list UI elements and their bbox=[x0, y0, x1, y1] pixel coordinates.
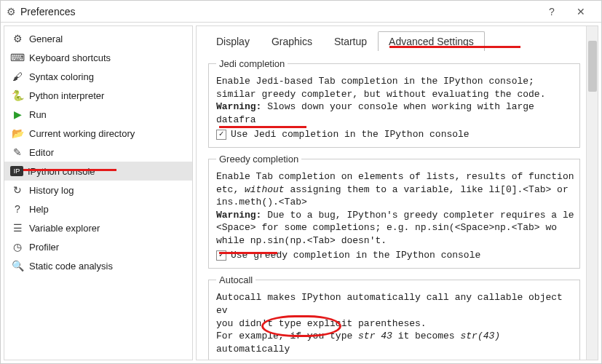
group-jedi-completion: Jedi completion Enable Jedi-based Tab co… bbox=[208, 58, 580, 148]
text: assigning them to a variable, like bbox=[285, 184, 489, 195]
sidebar-item-label: Help bbox=[29, 204, 49, 215]
brush-icon: 🖌 bbox=[10, 71, 25, 82]
sidebar-item-ipython-console[interactable]: IP IPython console bbox=[4, 162, 192, 181]
gear-icon: ⚙ bbox=[10, 33, 25, 44]
tab-label: Advanced Settings bbox=[389, 36, 474, 47]
sidebar-item-python-interpreter[interactable]: 🐍 Python interpreter bbox=[4, 86, 192, 105]
text: str(43) bbox=[460, 331, 500, 341]
sidebar-item-editor[interactable]: ✎ Editor bbox=[4, 143, 192, 162]
sidebar-item-general[interactable]: ⚙ General bbox=[4, 29, 192, 48]
sidebar-item-history-log[interactable]: ↻ History log bbox=[4, 181, 192, 199]
group-greedy-completion: Greedy completion Enable Tab completion … bbox=[208, 154, 580, 269]
sidebar-item-profiler[interactable]: ◷ Profiler bbox=[4, 237, 192, 256]
text: Due to a bug, IPython's greedy completer… bbox=[261, 210, 574, 221]
jedi-checkbox-row[interactable]: ✓ Use Jedi completion in the IPython con… bbox=[216, 129, 575, 140]
sidebar-item-label: Profiler bbox=[29, 242, 59, 253]
warning-label: Warning: bbox=[216, 101, 261, 112]
tab-label: Graphics bbox=[272, 36, 312, 47]
sidebar-item-label: Run bbox=[29, 109, 47, 120]
checkbox-icon[interactable]: ✓ bbox=[216, 130, 226, 140]
sidebar-item-label: Python interpreter bbox=[29, 90, 104, 101]
text: ins.meth().<Tab> bbox=[216, 197, 307, 207]
help-button[interactable]: ? bbox=[537, 6, 566, 17]
autocall-description: Autocall makes IPython automatically cal… bbox=[216, 291, 575, 355]
text: Tab bbox=[256, 171, 273, 182]
text: Enable Jedi-based Tab completion in the … bbox=[216, 76, 545, 100]
folder-open-icon: 📂 bbox=[10, 127, 25, 139]
checkbox-icon[interactable]: ✓ bbox=[216, 250, 226, 261]
sidebar-item-cwd[interactable]: 📂 Current working directory bbox=[4, 124, 192, 143]
sidebar-item-static-code-analysis[interactable]: 🔍 Static code analysis bbox=[4, 256, 192, 275]
scrollbar-thumb[interactable] bbox=[588, 41, 597, 92]
help-icon: ? bbox=[10, 203, 25, 215]
sidebar-item-label: IPython console bbox=[28, 166, 95, 177]
text: str 43 bbox=[358, 331, 392, 341]
text: automatically bbox=[216, 344, 290, 355]
sidebar-item-label: General bbox=[29, 33, 63, 44]
text: you didn't type explicit parentheses. bbox=[216, 318, 427, 329]
tab-bar: Display Graphics Startup Advanced Settin… bbox=[197, 26, 598, 50]
ipython-icon: IP bbox=[10, 166, 23, 176]
text: np.sin(<Space>np.<Tab> bbox=[415, 222, 540, 233]
tab-label: Startup bbox=[334, 36, 367, 47]
list-icon: ☰ bbox=[10, 222, 25, 234]
sidebar-item-label: Syntax coloring bbox=[29, 71, 94, 82]
greedy-description: Enable Tab completion on elements of lis… bbox=[216, 170, 575, 247]
history-icon: ↻ bbox=[10, 184, 25, 196]
tab-display[interactable]: Display bbox=[205, 31, 261, 51]
group-legend: Jedi completion bbox=[216, 58, 288, 69]
jedi-description: Enable Jedi-based Tab completion in the … bbox=[216, 75, 575, 126]
sidebar-item-label: Keyboard shortcuts bbox=[29, 52, 111, 63]
group-autocall: Autocall Autocall makes IPython automati… bbox=[208, 274, 580, 360]
text: For example, if you type bbox=[216, 331, 358, 341]
scrollbar[interactable] bbox=[586, 26, 598, 360]
title-bar: ⚙ Preferences ? ✕ bbox=[1, 1, 601, 23]
group-legend: Greedy completion bbox=[216, 154, 301, 165]
group-legend: Autocall bbox=[216, 274, 256, 285]
play-icon: ▶ bbox=[10, 108, 25, 120]
pencil-icon: ✎ bbox=[10, 146, 25, 158]
tab-graphics[interactable]: Graphics bbox=[261, 31, 323, 51]
text: for some completions; e.g. bbox=[256, 222, 415, 233]
text: while bbox=[216, 235, 250, 246]
text: li[0].<Tab> bbox=[488, 184, 551, 195]
sidebar-item-run[interactable]: ▶ Run bbox=[4, 105, 192, 124]
text: it becomes bbox=[392, 331, 461, 341]
greedy-checkbox-row[interactable]: ✓ Use greedy completion in the IPython c… bbox=[216, 250, 575, 261]
sidebar-item-label: Variable explorer bbox=[29, 223, 100, 234]
clock-icon: ◷ bbox=[10, 241, 25, 253]
text: wo bbox=[540, 222, 557, 233]
text: etc, bbox=[216, 184, 245, 195]
tab-label: Display bbox=[216, 36, 250, 47]
sidebar-item-keyboard-shortcuts[interactable]: ⌨ Keyboard shortcuts bbox=[4, 48, 192, 67]
checkbox-label: Use Jedi completion in the IPython conso… bbox=[231, 129, 470, 140]
sidebar-item-help[interactable]: ? Help bbox=[4, 199, 192, 218]
sidebar-item-label: History log bbox=[29, 185, 74, 196]
sidebar-item-variable-explorer[interactable]: ☰ Variable explorer bbox=[4, 218, 192, 237]
tab-advanced-settings[interactable]: Advanced Settings bbox=[378, 31, 485, 51]
keyboard-icon: ⌨ bbox=[10, 52, 25, 63]
text: Slows down your console when working wit… bbox=[216, 101, 534, 125]
text: or bbox=[551, 184, 568, 195]
sidebar-item-label: Current working directory bbox=[29, 128, 135, 139]
sidebar-item-syntax-coloring[interactable]: 🖌 Syntax coloring bbox=[4, 67, 192, 86]
sidebar-item-label: Static code analysis bbox=[29, 261, 113, 272]
checkbox-label: Use greedy completion in the IPython con… bbox=[231, 250, 480, 261]
window-title: Preferences bbox=[20, 6, 537, 17]
tab-startup[interactable]: Startup bbox=[323, 31, 378, 51]
text: Enable bbox=[216, 171, 256, 182]
text: completion on elements of lists, results… bbox=[273, 171, 574, 182]
text: Autocall makes IPython automatically cal… bbox=[216, 292, 563, 316]
preferences-content: Display Graphics Startup Advanced Settin… bbox=[196, 25, 598, 360]
warning-label: Warning: bbox=[216, 210, 261, 221]
close-button[interactable]: ✕ bbox=[566, 6, 595, 17]
gear-icon: ⚙ bbox=[7, 6, 16, 17]
text: <Space> bbox=[216, 222, 256, 233]
sidebar-item-label: Editor bbox=[29, 147, 54, 158]
panel-body: Jedi completion Enable Jedi-based Tab co… bbox=[197, 52, 586, 360]
python-icon: 🐍 bbox=[10, 90, 25, 101]
text: np.sin(np.<Tab> bbox=[250, 235, 336, 246]
magnifier-icon: 🔍 bbox=[10, 260, 25, 272]
text: doesn't. bbox=[336, 235, 387, 246]
text: without bbox=[245, 184, 285, 195]
